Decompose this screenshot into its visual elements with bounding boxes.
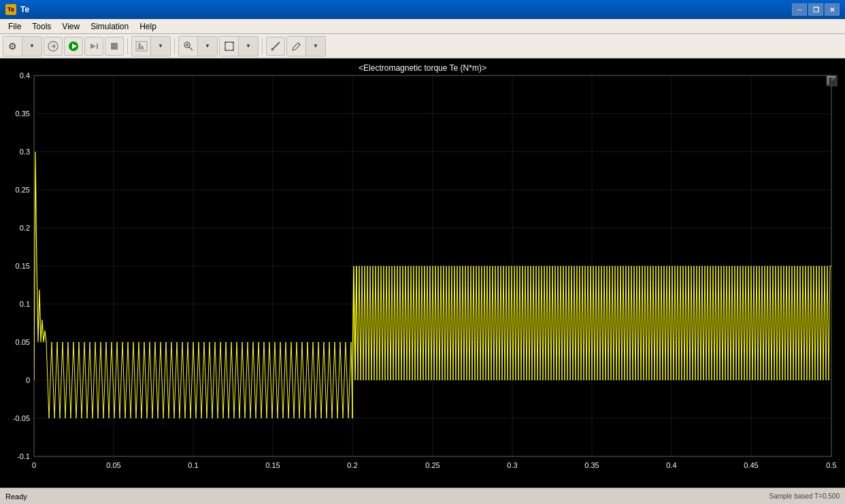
svg-rect-11: [225, 42, 233, 50]
open-button[interactable]: [44, 37, 63, 56]
svg-rect-5: [111, 43, 118, 50]
window-controls: ─ ❐ ✕: [792, 3, 840, 16]
close-button[interactable]: ✕: [825, 3, 840, 16]
x-label: 0.05: [106, 461, 120, 469]
y-label: 0.1: [20, 300, 30, 308]
settings-group: ⚙ ▼: [3, 36, 42, 56]
run-button[interactable]: [64, 37, 83, 56]
fit-button[interactable]: [220, 37, 239, 56]
zoom-group: ▼: [178, 36, 218, 56]
y-label: -0.05: [13, 414, 30, 422]
x-label: 0.3: [507, 461, 517, 469]
sample-info: Sample based T=0.500: [769, 492, 840, 500]
y-label: 0.25: [16, 186, 30, 194]
fit-dropdown[interactable]: ▼: [239, 37, 258, 56]
app-icon: Te: [5, 4, 16, 15]
fit-group: ▼: [219, 36, 259, 56]
svg-rect-4: [97, 44, 98, 49]
menu-help[interactable]: Help: [134, 20, 162, 33]
x-label: 0.35: [584, 461, 599, 469]
settings-dropdown[interactable]: ▼: [22, 37, 42, 56]
status-bar: Ready Sample based T=0.500: [0, 488, 845, 504]
svg-line-8: [189, 47, 193, 50]
main-area: <Electromagnetic torque Te (N*m)>: [0, 58, 845, 488]
separator-2: [174, 38, 175, 54]
zoom-dropdown[interactable]: ▼: [198, 37, 217, 56]
menu-view[interactable]: View: [56, 20, 85, 33]
x-label: 0.2: [347, 461, 357, 469]
y-label: 0.3: [20, 148, 30, 156]
menu-bar: File Tools View Simulation Help: [0, 19, 845, 34]
signal-button[interactable]: [132, 37, 151, 56]
y-label: 0: [26, 376, 30, 384]
restore-button[interactable]: ❐: [808, 3, 823, 16]
x-label: 0.5: [826, 461, 836, 469]
x-label: 0: [32, 461, 36, 469]
signal-group: ▼: [131, 36, 171, 56]
menu-simulation[interactable]: Simulation: [85, 20, 134, 33]
menu-file[interactable]: File: [3, 20, 27, 33]
menu-tools[interactable]: Tools: [27, 20, 56, 33]
stop-button[interactable]: [105, 37, 124, 56]
status-text: Ready: [5, 492, 769, 501]
title-bar: Te Te ─ ❐ ✕: [0, 0, 845, 19]
x-label: 0.15: [265, 461, 280, 469]
tools2-button[interactable]: [266, 37, 285, 56]
y-label: 0.4: [20, 71, 30, 80]
x-label: 0.4: [666, 461, 676, 469]
x-label: 0.1: [188, 461, 198, 469]
y-label: 0.35: [16, 110, 30, 118]
window-title: Te: [20, 5, 792, 14]
y-label: 0.2: [20, 224, 30, 232]
y-label: 0.15: [16, 262, 30, 270]
x-label: 0.45: [744, 461, 758, 469]
zoom-button[interactable]: [179, 37, 198, 56]
settings-button[interactable]: ⚙: [3, 37, 22, 56]
chart-title: <Electromagnetic torque Te (N*m)>: [359, 63, 486, 73]
chart-svg: <Electromagnetic torque Te (N*m)>: [0, 58, 845, 488]
signal-dropdown[interactable]: ▼: [151, 37, 170, 56]
pencil-button[interactable]: [287, 37, 306, 56]
svg-marker-3: [90, 44, 96, 49]
y-label: -0.1: [17, 452, 30, 460]
plot-wrapper: <Electromagnetic torque Te (N*m)>: [0, 58, 845, 488]
y-label: 0.05: [16, 338, 30, 346]
separator-3: [262, 38, 263, 54]
step-button[interactable]: [84, 37, 103, 56]
separator-1: [127, 38, 128, 54]
pencil-dropdown[interactable]: ▼: [306, 37, 325, 56]
minimize-button[interactable]: ─: [792, 3, 807, 16]
x-label: 0.25: [425, 461, 440, 469]
pencil-group: ▼: [286, 36, 326, 56]
toolbar: ⚙ ▼ ▼ ▼ ▼ ▼: [0, 34, 845, 58]
